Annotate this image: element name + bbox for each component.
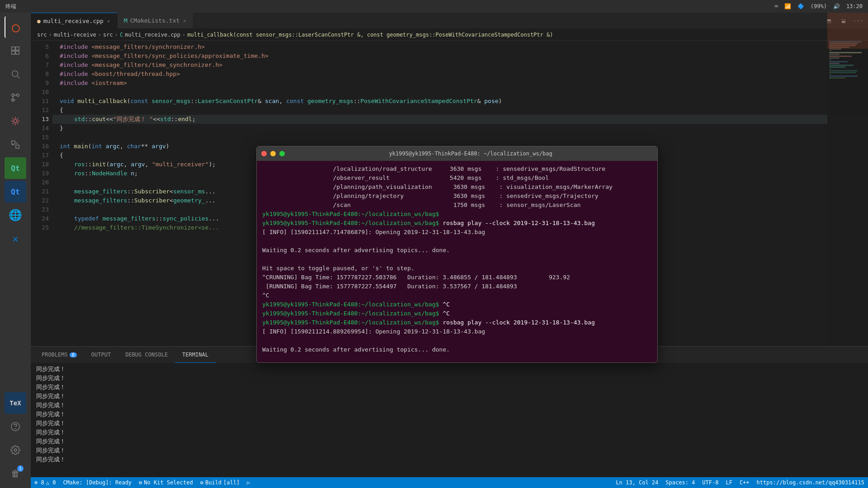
svg-point-13 [15, 428, 16, 429]
svg-point-4 [12, 71, 18, 77]
terminal-line-9: 同步完成！ [36, 437, 863, 446]
ft-close-button[interactable] [261, 151, 267, 156]
sidebar-item-search[interactable] [5, 63, 26, 85]
tab-close-button[interactable]: ✕ [106, 18, 111, 24]
ft-line-4: /planning/trajectory 3630 msgs : sensedr… [262, 192, 652, 201]
status-encoding[interactable]: UTF-8 [698, 479, 722, 486]
ft-line-22 [262, 354, 652, 362]
build-icon: ⚙ [200, 479, 203, 486]
status-run[interactable]: ▷ [243, 477, 254, 488]
svg-rect-11 [16, 145, 19, 148]
sidebar-item-vscode[interactable]: ✕ [5, 228, 26, 249]
wifi-status: 📶 [784, 3, 791, 9]
output-label: OUTPUT [91, 352, 111, 358]
line-ending-label: LF [726, 479, 732, 486]
status-language[interactable]: C++ [736, 479, 753, 486]
breadcrumb-multi-receive[interactable]: multi-receive [54, 32, 96, 38]
activity-bar: ◯ Qt Qt 🌐 ✕ TeX 🗑 [0, 13, 31, 488]
ft-line-6: yk1995@yk1995-ThinkPad-E480:~/localizati… [262, 210, 652, 219]
code-line-14: } [52, 124, 827, 133]
breadcrumb-function[interactable]: multi_callback(const sensor_msgs::LaserS… [187, 32, 553, 38]
ubuntu-logo[interactable]: ◯ [5, 16, 26, 38]
tab-multi-receive-cpp[interactable]: ● multi_receive.cpp ✕ [31, 13, 118, 28]
tab-cmake-close-button[interactable]: ✕ [182, 17, 187, 24]
tab-bar: ● multi_receive.cpp ✕ M CMakeLists.txt ✕… [31, 13, 868, 29]
sidebar-item-explorer[interactable] [5, 40, 26, 61]
ft-line-8: [ INFO] [1590211147.714786879]: Opening … [262, 228, 652, 237]
cursor-position: Ln 13, Col 24 [616, 479, 658, 486]
sidebar-item-source-control[interactable] [5, 87, 26, 108]
status-spaces[interactable]: Spaces: 4 [662, 479, 698, 486]
status-url[interactable]: https://blog.csdn.net/qq430314115 [753, 479, 868, 486]
svg-point-14 [14, 449, 17, 451]
status-cmake[interactable]: CMake: [Debug]: Ready [59, 477, 135, 488]
terminal-line-5: 同步完成！ [36, 401, 863, 410]
status-no-kit[interactable]: ⚙ No Kit Selected [135, 477, 197, 488]
tab-debug-console[interactable]: DEBUG CONSOLE [118, 347, 175, 363]
status-line-ending[interactable]: LF [722, 479, 736, 486]
code-line-7: #include <message_filters/time_synchroni… [52, 61, 827, 70]
status-errors-warnings[interactable]: ⊗ 8 △ 0 [31, 477, 59, 488]
ft-terminal-content: /localization/road_structure 3630 msgs :… [257, 161, 657, 362]
code-line-12: { [52, 106, 827, 115]
cmake-status: CMake: [Debug]: Ready [63, 479, 132, 486]
terminal-line-11: 同步完成！ [36, 455, 863, 464]
system-bar-right: ⌨ 📶 🔷 (99%) 🔊 13:20 [775, 3, 863, 9]
code-line-13: std::cout << "同步完成！ " << std::endl; [52, 115, 827, 124]
settings-icon[interactable] [5, 439, 26, 461]
sidebar-item-chrome[interactable]: 🌐 [5, 204, 26, 226]
url-label: https://blog.csdn.net/qq430314115 [757, 479, 864, 486]
breadcrumb-filename[interactable]: multi_receive.cpp [125, 32, 180, 38]
warnings-count: △ 0 [46, 479, 56, 486]
status-cursor-pos[interactable]: Ln 13, Col 24 [612, 479, 662, 486]
keyboard-icon: ⌨ [775, 3, 778, 9]
code-line-5: #include <message_filters/synchronizer.h… [52, 42, 827, 52]
code-line-8: #include <boost/thread/thread.hpp> [52, 70, 827, 79]
ft-minimize-button[interactable] [270, 151, 276, 156]
ft-maximize-button[interactable] [279, 151, 285, 156]
run-icon: ▷ [247, 479, 250, 486]
sidebar-item-qt2[interactable]: Qt [5, 181, 26, 202]
panel-content: 同步完成！ 同步完成！ 同步完成！ 同步完成！ 同步完成！ 同步完成！ 同步完成… [31, 363, 868, 477]
sidebar-item-extensions[interactable] [5, 134, 26, 155]
svg-line-5 [17, 76, 19, 78]
sidebar-item-qt1[interactable]: Qt [5, 157, 26, 179]
terminal-line-2: 同步完成！ [36, 374, 863, 383]
code-line-9: #include <iostream> [52, 79, 827, 88]
no-kit-icon: ⚙ [139, 479, 142, 486]
ft-line-2: /observer_result 5420 msgs : std_msgs/Bo… [262, 174, 652, 183]
trash-icon[interactable]: 🗑 1 [5, 463, 26, 484]
code-line-15 [52, 133, 827, 142]
tab-terminal[interactable]: TERMINAL [175, 347, 216, 363]
status-bar-right: Ln 13, Col 24 Spaces: 4 UTF-8 LF C++ htt… [612, 479, 868, 486]
terminal-line-6: 同步完成！ [36, 410, 863, 419]
sidebar-item-help[interactable] [5, 416, 26, 437]
sidebar-item-tex[interactable]: TeX [5, 392, 26, 414]
minimap [827, 41, 868, 346]
breadcrumb: src › multi-receive › src › C multi_rece… [31, 29, 868, 41]
sidebar-item-debug[interactable] [5, 110, 26, 132]
terminal-line-1: 同步完成！ [36, 365, 863, 374]
ft-line-1: /localization/road_structure 3630 msgs :… [262, 164, 652, 174]
encoding-label: UTF-8 [702, 479, 718, 486]
tab-problems[interactable]: PROBLEMS 8 [34, 347, 84, 363]
panel: PROBLEMS 8 OUTPUT DEBUG CONSOLE TERMINAL… [31, 346, 868, 477]
floating-terminal-titlebar: yk1995@yk1995-ThinkPad-E480: ~/localizat… [257, 146, 657, 161]
status-build[interactable]: ⚙ Build [all] [197, 477, 243, 488]
status-bar: ⊗ 8 △ 0 CMake: [Debug]: Ready ⚙ No Kit S… [31, 477, 868, 488]
volume-icon: 🔊 [833, 3, 840, 9]
breadcrumb-src2[interactable]: src [103, 32, 113, 38]
tab-output[interactable]: OUTPUT [84, 347, 118, 363]
svg-rect-10 [12, 141, 15, 144]
errors-count: ⊗ 8 [34, 479, 44, 486]
terminal-line-4: 同步完成！ [36, 392, 863, 401]
breadcrumb-src[interactable]: src [37, 32, 47, 38]
ft-line-14: [RUNNING] Bag Time: 1577787227.554497 Du… [262, 282, 652, 291]
ft-line-21: Waiting 0.2 seconds after advertising to… [262, 345, 652, 354]
svg-point-6 [12, 94, 14, 97]
tab-cmake-label: CMakeLists.txt [130, 17, 180, 24]
tab-cmakelists[interactable]: M CMakeLists.txt ✕ [118, 13, 193, 28]
clock: 13:20 [846, 3, 863, 9]
code-line-11: void multi_callback(const sensor_msgs::L… [52, 97, 827, 106]
terminal-label: TERMINAL [182, 352, 208, 358]
